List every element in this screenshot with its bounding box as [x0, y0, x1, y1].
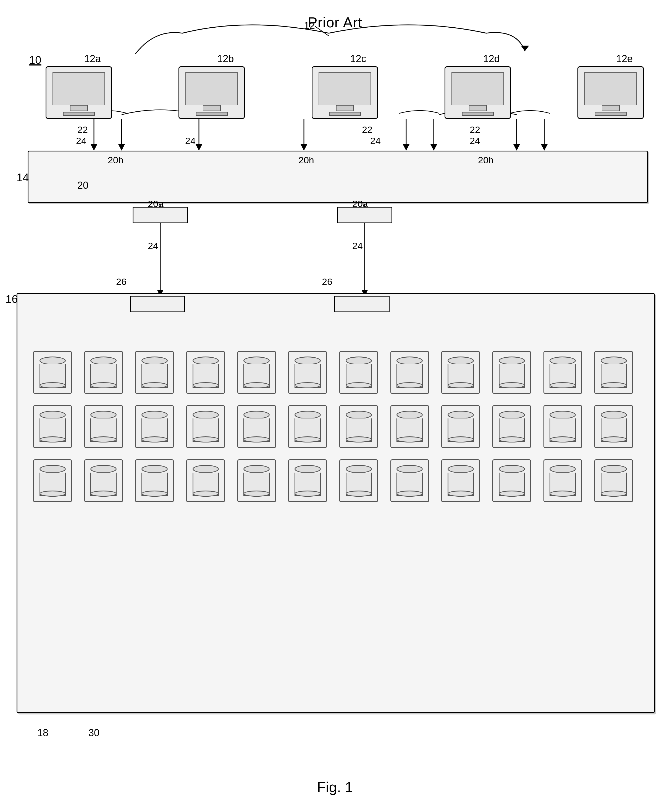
label-18: 18 [37, 727, 48, 739]
disk-unit-1-3 [135, 351, 174, 394]
disk-unit-2-10 [492, 405, 531, 448]
monitors-row: 12a 12b 12c [46, 43, 644, 119]
disk-unit-2-6 [288, 405, 327, 448]
switch-box-2 [334, 296, 389, 312]
disk-unit-1-8 [391, 351, 429, 394]
disk-unit-2-11 [543, 405, 582, 448]
storage-grid [25, 347, 649, 513]
svg-marker-15 [513, 144, 520, 151]
disk-unit-2-1 [33, 405, 72, 448]
disk-unit-1-11 [543, 351, 582, 394]
label-14: 14 [17, 171, 29, 184]
disk-unit-3-8 [391, 459, 429, 502]
disk-unit-1-10 [492, 351, 531, 394]
label-24-1: 24 [76, 136, 86, 146]
monitor-12e: 12e [577, 66, 644, 119]
svg-marker-3 [91, 144, 97, 151]
disk-unit-2-5 [237, 405, 276, 448]
label-20a-1: 20a [148, 198, 164, 209]
disk-unit-2-7 [339, 405, 378, 448]
label-26-1: 26 [116, 276, 127, 287]
svg-marker-9 [301, 144, 307, 151]
disk-unit-3-4 [186, 459, 225, 502]
monitor-12b: 12b [178, 66, 245, 119]
disk-unit-3-12 [594, 459, 633, 502]
disk-unit-3-3 [135, 459, 174, 502]
disk-unit-2-3 [135, 405, 174, 448]
page-container: Prior Art [0, 0, 670, 812]
monitor-12c: 12c [312, 66, 378, 119]
disk-unit-1-4 [186, 351, 225, 394]
label-12: 12 [304, 20, 315, 32]
prior-art-title: Prior Art [0, 14, 670, 31]
disk-unit-3-7 [339, 459, 378, 502]
disk-unit-3-6 [288, 459, 327, 502]
label-12b: 12b [217, 53, 234, 64]
port-box-20a-2 [337, 207, 393, 223]
disk-unit-2-12 [594, 405, 633, 448]
label-20a-2: 20a [352, 198, 368, 209]
label-22-2: 22 [362, 124, 372, 135]
label-16: 16 [5, 293, 18, 305]
disk-unit-3-2 [84, 459, 123, 502]
svg-marker-17 [541, 144, 548, 151]
label-12a: 12a [84, 53, 101, 64]
monitor-12a: 12a [46, 66, 112, 119]
disk-unit-1-7 [339, 351, 378, 394]
label-24-2: 24 [185, 136, 196, 146]
disk-unit-1-6 [288, 351, 327, 394]
label-12c: 12c [350, 53, 366, 64]
label-24-mid-2: 24 [352, 241, 363, 251]
label-20h-2: 20h [298, 155, 314, 166]
disk-unit-3-10 [492, 459, 531, 502]
monitor-12d: 12d [445, 66, 511, 119]
label-12d: 12d [483, 53, 500, 64]
switch-box-1 [130, 296, 185, 312]
disk-unit-1-2 [84, 351, 123, 394]
svg-marker-5 [118, 144, 125, 151]
svg-marker-11 [403, 144, 409, 151]
label-26-2: 26 [322, 276, 332, 287]
disk-unit-1-5 [237, 351, 276, 394]
disk-unit-3-1 [33, 459, 72, 502]
svg-marker-13 [430, 144, 437, 151]
label-12e: 12e [616, 53, 633, 64]
disk-unit-2-2 [84, 405, 123, 448]
fig-caption: Fig. 1 [0, 779, 670, 795]
disk-unit-2-4 [186, 405, 225, 448]
label-24-3: 24 [370, 136, 381, 146]
label-22-3: 22 [470, 124, 480, 135]
disk-unit-1-12 [594, 351, 633, 394]
label-20h-3: 20h [478, 155, 494, 166]
disk-unit-1-1 [33, 351, 72, 394]
label-30: 30 [88, 727, 100, 739]
disk-unit-2-9 [441, 405, 480, 448]
disk-unit-3-11 [543, 459, 582, 502]
label-24-mid-1: 24 [148, 241, 158, 251]
label-20h-1: 20h [108, 155, 124, 166]
label-20: 20 [77, 180, 88, 191]
label-24-4: 24 [470, 136, 480, 146]
label-10: 10 [29, 54, 41, 66]
port-box-20a-1 [133, 207, 188, 223]
svg-marker-7 [196, 144, 202, 151]
disk-unit-2-8 [391, 405, 429, 448]
disk-unit-3-9 [441, 459, 480, 502]
label-22-1: 22 [77, 124, 88, 135]
disk-unit-1-9 [441, 351, 480, 394]
disk-unit-3-5 [237, 459, 276, 502]
